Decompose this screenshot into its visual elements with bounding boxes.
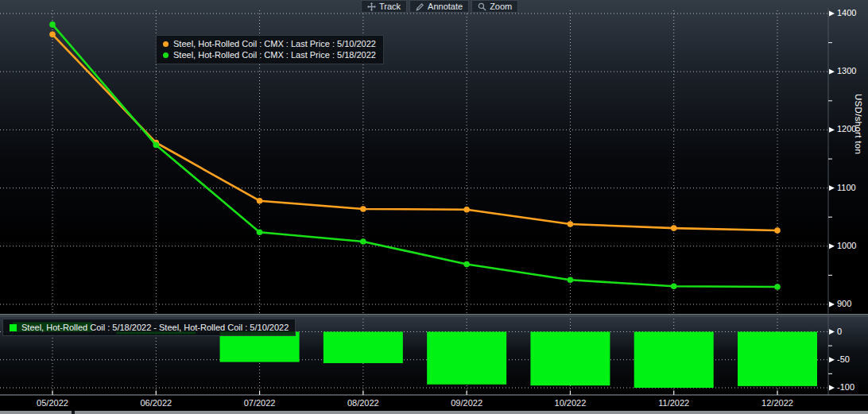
data-point-marker bbox=[360, 238, 366, 245]
data-point-marker bbox=[49, 21, 56, 28]
x-axis-label: 08/2022 bbox=[335, 398, 391, 408]
series-marker-icon bbox=[163, 52, 169, 58]
chart-toolbar: Track Annotate Zoom bbox=[361, 0, 518, 13]
series-swatch-icon bbox=[10, 324, 17, 331]
legend-label: Steel, Hot-Rolled Coil : CMX : Last Pric… bbox=[173, 38, 376, 49]
data-point-marker bbox=[49, 32, 56, 38]
data-point-marker bbox=[257, 198, 263, 204]
y-axis-label: -100 bbox=[837, 382, 854, 393]
spread-bar bbox=[324, 332, 403, 363]
chart-window: Track Annotate Zoom Steel, Hot bbox=[0, 0, 868, 414]
right-axis-title: USD/short ton bbox=[854, 94, 863, 221]
data-point-marker bbox=[774, 284, 781, 290]
y-axis-label: 1300 bbox=[837, 66, 856, 76]
x-axis-label: 07/2022 bbox=[232, 398, 288, 408]
data-point-marker bbox=[257, 229, 263, 235]
pencil-icon bbox=[416, 2, 424, 11]
track-button[interactable]: Track bbox=[361, 0, 407, 13]
data-point-marker bbox=[774, 227, 781, 234]
spread-bar bbox=[220, 332, 300, 362]
spread-legend-label: Steel, Hot-Rolled Coil : 5/18/2022 - Ste… bbox=[21, 322, 289, 333]
spread-bar bbox=[427, 332, 506, 385]
spread-bar bbox=[738, 332, 817, 386]
panel-splitter[interactable] bbox=[0, 315, 868, 317]
y-axis-label: 0 bbox=[837, 327, 842, 337]
track-button-label: Track bbox=[379, 2, 401, 12]
main-panel-bg bbox=[0, 0, 868, 314]
zoom-button-label: Zoom bbox=[490, 2, 512, 12]
chart-canvas[interactable] bbox=[0, 0, 868, 414]
annotate-button-label: Annotate bbox=[428, 2, 463, 12]
x-axis-label: 06/2022 bbox=[128, 398, 184, 408]
main-legend[interactable]: Steel, Hot-Rolled Coil : CMX : Last Pric… bbox=[156, 35, 384, 64]
series-marker-icon bbox=[163, 41, 169, 47]
y-axis-label: 1000 bbox=[837, 241, 856, 251]
legend-item-5-10[interactable]: Steel, Hot-Rolled Coil : CMX : Last Pric… bbox=[163, 38, 376, 49]
bottom-window-edge bbox=[0, 411, 868, 414]
x-axis-label: 11/2022 bbox=[646, 398, 702, 408]
panel-splitter[interactable] bbox=[0, 314, 868, 315]
y-axis-label: -50 bbox=[837, 354, 850, 365]
zoom-button[interactable]: Zoom bbox=[471, 0, 518, 13]
spread-legend[interactable]: Steel, Hot-Rolled Coil : 5/18/2022 - Ste… bbox=[2, 319, 296, 336]
data-point-marker bbox=[360, 206, 366, 212]
y-axis-label: 900 bbox=[837, 299, 851, 309]
data-point-marker bbox=[153, 142, 159, 149]
x-axis-label: 09/2022 bbox=[439, 398, 494, 408]
magnifier-icon bbox=[478, 2, 486, 11]
annotate-button[interactable]: Annotate bbox=[409, 0, 469, 13]
data-point-marker bbox=[463, 207, 470, 213]
y-axis-label: 1400 bbox=[837, 8, 856, 18]
spread-bar bbox=[530, 332, 610, 386]
x-axis-label: 10/2022 bbox=[542, 398, 598, 408]
x-axis-label: 05/2022 bbox=[25, 398, 80, 408]
spread-bar bbox=[634, 332, 714, 389]
data-point-marker bbox=[463, 261, 470, 268]
data-point-marker bbox=[568, 277, 574, 283]
legend-label: Steel, Hot-Rolled Coil : CMX : Last Pric… bbox=[173, 49, 376, 60]
legend-item-5-18[interactable]: Steel, Hot-Rolled Coil : CMX : Last Pric… bbox=[163, 49, 376, 60]
data-point-marker bbox=[671, 284, 677, 290]
data-point-marker bbox=[568, 221, 574, 227]
data-point-marker bbox=[671, 225, 677, 231]
x-axis-label: 12/2022 bbox=[750, 398, 805, 408]
window-edge-notch bbox=[72, 411, 75, 414]
move-icon bbox=[367, 2, 376, 11]
